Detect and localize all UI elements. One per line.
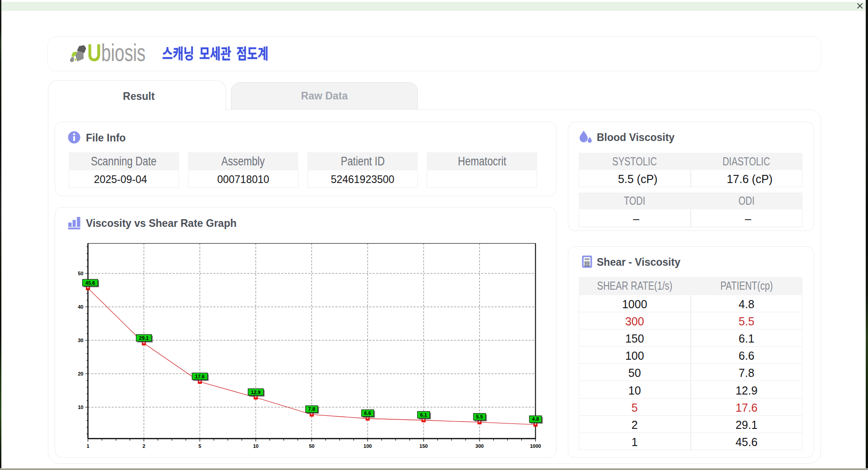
svg-text:U: U	[87, 41, 101, 66]
svg-text:150: 150	[420, 443, 428, 449]
svg-text:7.8: 7.8	[308, 406, 315, 412]
svg-text:2: 2	[142, 443, 145, 449]
svg-text:6.1: 6.1	[420, 412, 427, 418]
svg-text:29.1: 29.1	[139, 335, 149, 341]
svg-text:biosis: biosis	[101, 41, 146, 66]
svg-text:5.5: 5.5	[476, 414, 483, 419]
svg-text:1: 1	[86, 443, 89, 449]
svg-text:100: 100	[363, 443, 372, 449]
svg-text:4.8: 4.8	[532, 416, 539, 422]
svg-text:6.6: 6.6	[364, 410, 371, 416]
svg-text:40: 40	[78, 304, 83, 310]
svg-text:50: 50	[78, 271, 83, 276]
svg-text:1000: 1000	[530, 443, 541, 449]
svg-text:20: 20	[78, 371, 83, 376]
svg-text:5: 5	[198, 443, 201, 449]
svg-text:50: 50	[309, 443, 314, 449]
svg-text:30: 30	[78, 338, 83, 343]
svg-text:45.6: 45.6	[85, 280, 95, 286]
svg-text:10: 10	[253, 443, 259, 449]
svg-text:12.9: 12.9	[251, 390, 260, 395]
svg-text:17.6: 17.6	[195, 374, 204, 379]
svg-text:10: 10	[78, 404, 83, 410]
svg-text:300: 300	[476, 443, 484, 449]
